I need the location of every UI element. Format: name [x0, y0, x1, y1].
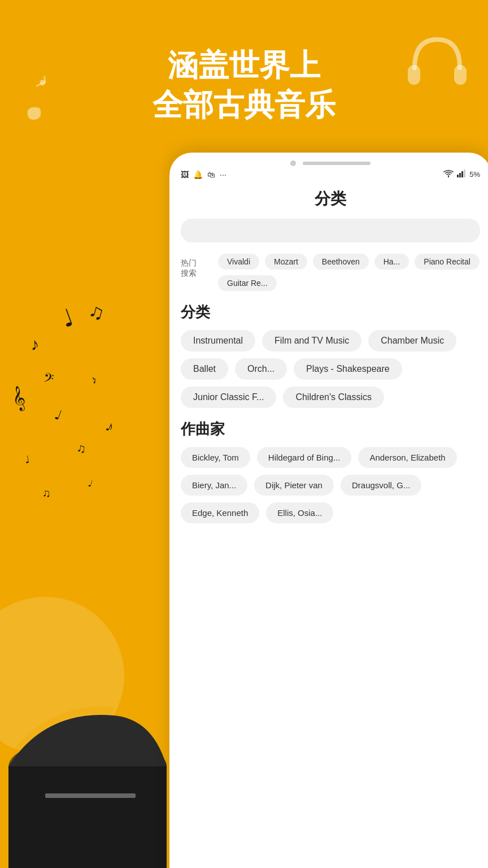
hot-tag-piano-recital[interactable]: Piano Recital	[415, 254, 480, 270]
category-ballet[interactable]: Ballet	[181, 358, 228, 380]
hot-tags: Vivaldi Mozart Beethoven Ha... Piano Rec…	[218, 254, 480, 291]
composer-dijk[interactable]: Dijk, Pieter van	[254, 475, 334, 496]
svg-text:♩: ♩	[87, 478, 94, 488]
svg-text:♫: ♫	[86, 299, 107, 325]
svg-text:♪: ♪	[103, 418, 116, 436]
svg-text:♩: ♩	[53, 407, 63, 423]
phone-mockup: 🖼 🔔 🛍 ··· 5% 分类 热门搜索 Vivaldi Mozart Bee	[169, 153, 488, 868]
svg-rect-25	[464, 170, 465, 177]
svg-text:𝄢: 𝄢	[42, 370, 55, 389]
phone-topbar	[169, 153, 488, 166]
composers-section-title: 作曲家	[181, 419, 480, 439]
status-right: 5%	[443, 170, 480, 179]
status-left-icons: 🖼 🔔 🛍 ···	[181, 170, 226, 179]
categories-section-title: 分类	[181, 302, 480, 322]
svg-rect-18	[8, 766, 167, 868]
hero-title-area: 涵盖世界上 全部古典音乐	[0, 45, 488, 124]
composer-biery[interactable]: Biery, Jan...	[181, 475, 247, 496]
svg-text:♪: ♪	[88, 372, 99, 386]
topbar-pill	[303, 162, 371, 165]
category-junior-classic[interactable]: Junior Classic F...	[181, 387, 276, 408]
hot-tag-mozart[interactable]: Mozart	[265, 254, 307, 270]
hot-tag-vivaldi[interactable]: Vivaldi	[218, 254, 259, 270]
category-film-tv[interactable]: Film and TV Music	[262, 330, 361, 351]
svg-text:♩: ♩	[58, 304, 77, 332]
composer-hildegard[interactable]: Hildegard of Bing...	[257, 447, 352, 468]
hero-title: 涵盖世界上 全部古典音乐	[0, 45, 488, 124]
music-notes-deco: ♩ ♫ ♪ 𝄢 𝄞 ♩ ♪ ♫ ♩ ♪ ♫ ♩	[8, 294, 155, 522]
hot-search-section: 热门搜索 Vivaldi Mozart Beethoven Ha... Pian…	[181, 254, 480, 291]
piano-deco	[0, 642, 175, 868]
category-childrens-classics[interactable]: Children's Classics	[283, 387, 384, 408]
composer-bickley[interactable]: Bickley, Tom	[181, 447, 250, 468]
image-icon: 🖼	[181, 170, 189, 179]
svg-text:𝄞: 𝄞	[9, 384, 28, 413]
composer-grid: Bickley, Tom Hildegard of Bing... Anders…	[181, 447, 480, 523]
category-chamber-music[interactable]: Chamber Music	[368, 330, 456, 351]
svg-rect-22	[457, 175, 459, 177]
hot-tag-beethoven[interactable]: Beethoven	[313, 254, 369, 270]
svg-rect-23	[459, 173, 461, 177]
composer-draugsvoll[interactable]: Draugsvoll, G...	[341, 475, 421, 496]
bag-icon: 🛍	[207, 170, 215, 179]
wifi-icon	[443, 170, 454, 179]
status-bar: 🖼 🔔 🛍 ··· 5%	[169, 166, 488, 183]
category-grid: Instrumental Film and TV Music Chamber M…	[181, 330, 480, 408]
search-bar[interactable]	[181, 219, 480, 242]
svg-text:♫: ♫	[76, 441, 87, 455]
hot-search-label: 热门搜索	[181, 258, 209, 279]
battery-text: 5%	[469, 170, 480, 179]
page-title: 分类	[181, 188, 480, 210]
composer-anderson[interactable]: Anderson, Elizabeth	[358, 447, 456, 468]
more-icon: ···	[220, 170, 226, 179]
svg-rect-21	[45, 793, 136, 798]
composer-ellis[interactable]: Ellis, Osia...	[266, 502, 333, 523]
app-content: 分类 热门搜索 Vivaldi Mozart Beethoven Ha... P…	[169, 183, 488, 861]
hot-tag-guitar[interactable]: Guitar Re...	[218, 275, 277, 291]
svg-rect-20	[113, 862, 123, 868]
svg-text:♪: ♪	[30, 335, 40, 354]
svg-text:♩: ♩	[24, 454, 30, 466]
hot-tag-ha[interactable]: Ha...	[374, 254, 409, 270]
signal-icon	[457, 170, 466, 179]
svg-text:♫: ♫	[41, 487, 51, 500]
category-orchestra[interactable]: Orch...	[235, 358, 287, 380]
bell-icon: 🔔	[193, 170, 203, 179]
composer-edge[interactable]: Edge, Kenneth	[181, 502, 259, 523]
category-instrumental[interactable]: Instrumental	[181, 330, 255, 351]
svg-rect-24	[461, 171, 463, 177]
topbar-dot	[290, 160, 296, 166]
category-shakespeare-plays[interactable]: Plays - Shakespeare	[294, 358, 402, 380]
